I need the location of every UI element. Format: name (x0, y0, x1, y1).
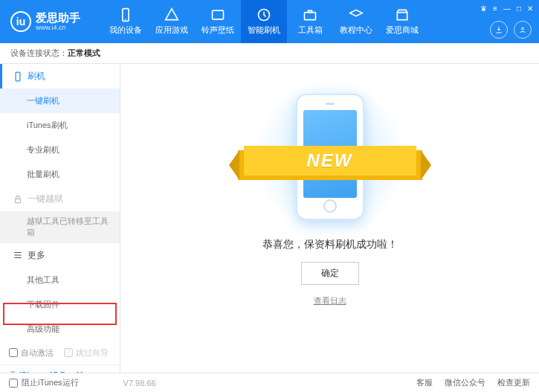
footer-link-support[interactable]: 客服 (416, 377, 433, 388)
apps-icon (164, 7, 179, 22)
status-label: 设备连接状态： (10, 48, 68, 59)
nav-smart-flash[interactable]: 智能刷机 (241, 0, 287, 43)
lock-icon (13, 194, 23, 205)
sidebar-item-moved: 越狱工具已转移至工具箱 (0, 211, 120, 243)
success-illustration: NEW (248, 86, 412, 228)
nav-label: 智能刷机 (248, 25, 280, 36)
gift-icon[interactable]: ♛ (480, 4, 487, 13)
grad-cap-icon (349, 7, 364, 22)
svg-point-7 (522, 28, 524, 30)
version-label: V7.98.66 (123, 379, 156, 388)
svg-rect-10 (11, 372, 15, 373)
flash-icon (256, 7, 271, 22)
download-button[interactable] (490, 21, 508, 39)
menu-icon[interactable]: ≡ (493, 4, 497, 13)
app-title: 爱思助手 (36, 12, 80, 25)
device-name[interactable]: iPhone 15 Pro Max (9, 370, 111, 373)
svg-rect-4 (305, 13, 316, 20)
checkbox-label: 自动激活 (21, 347, 54, 359)
nav-label: 应用游戏 (155, 25, 188, 36)
app-header: iu 爱思助手 www.i4.cn 我的设备 应用游戏 铃声壁纸 智能刷机 工具… (0, 0, 539, 43)
device-icon (13, 71, 23, 82)
svg-point-1 (125, 19, 126, 20)
nav-label: 我的设备 (109, 25, 142, 36)
main-content: NEW 恭喜您，保资料刷机成功啦！ 确定 查看日志 (120, 64, 539, 373)
sidebar-item-itunes[interactable]: iTunes刷机 (0, 113, 120, 138)
top-nav: 我的设备 应用游戏 铃声壁纸 智能刷机 工具箱 教程中心 爱思商城 (103, 0, 425, 43)
svg-rect-8 (16, 72, 20, 81)
user-button[interactable] (514, 21, 532, 39)
nav-label: 工具箱 (298, 25, 323, 36)
svg-rect-2 (213, 10, 224, 19)
svg-rect-6 (397, 13, 407, 20)
app-subtitle: www.i4.cn (36, 24, 80, 31)
sidebar-options: 自动激活 跳过向导 (0, 341, 120, 364)
close-icon[interactable]: ✕ (527, 4, 533, 13)
sidebar-group-label: 更多 (28, 249, 45, 262)
logo: iu 爱思助手 www.i4.cn (10, 11, 80, 32)
nav-ringtones[interactable]: 铃声壁纸 (195, 0, 241, 43)
logo-icon: iu (10, 11, 31, 32)
footer-link-update[interactable]: 检查更新 (497, 377, 530, 388)
block-itunes-checkbox[interactable]: 阻止iTunes运行 (9, 377, 79, 388)
status-mode: 正常模式 (68, 48, 100, 59)
success-message: 恭喜您，保资料刷机成功啦！ (262, 238, 398, 251)
nav-my-device[interactable]: 我的设备 (103, 0, 149, 43)
phone-icon (118, 7, 133, 22)
window-controls: ♛ ≡ — □ ✕ (480, 4, 533, 13)
sidebar-item-other-tools[interactable]: 其他工具 (0, 268, 120, 292)
sidebar-group-more[interactable]: 更多 (0, 243, 120, 268)
nav-tutorials[interactable]: 教程中心 (333, 0, 379, 43)
store-icon (395, 7, 410, 22)
svg-rect-5 (309, 10, 312, 13)
auto-activate-checkbox[interactable]: 自动激活 (9, 347, 54, 359)
view-log-link[interactable]: 查看日志 (314, 295, 346, 306)
nav-label: 教程中心 (340, 25, 372, 36)
sidebar-item-oneclick[interactable]: 一键刷机 (0, 89, 120, 113)
nav-apps-games[interactable]: 应用游戏 (149, 0, 195, 43)
toolbox-icon (303, 7, 317, 22)
phone-icon (9, 370, 16, 373)
minimize-icon[interactable]: — (503, 4, 511, 13)
sidebar: 刷机 一键刷机 iTunes刷机 专业刷机 批量刷机 一键越狱 越狱工具已转移至… (0, 64, 120, 373)
nav-label: 铃声壁纸 (201, 25, 234, 36)
ok-button[interactable]: 确定 (301, 262, 359, 285)
sidebar-group-label: 一键越狱 (28, 193, 63, 205)
sidebar-item-download-fw[interactable]: 下载固件 (0, 292, 120, 317)
nav-store[interactable]: 爱思商城 (379, 0, 425, 43)
list-icon (13, 250, 23, 260)
sidebar-item-advanced[interactable]: 高级功能 (0, 317, 120, 341)
device-info: iPhone 15 Pro Max 512GB iPhone (0, 364, 120, 373)
skip-guide-checkbox[interactable]: 跳过向导 (64, 347, 109, 359)
sidebar-group-flash[interactable]: 刷机 (0, 64, 120, 89)
checkbox-label: 跳过向导 (76, 347, 109, 359)
footer: 阻止iTunes运行 V7.98.66 客服 微信公众号 检查更新 (0, 373, 539, 392)
nav-label: 爱思商城 (386, 25, 419, 36)
maximize-icon[interactable]: □ (517, 4, 521, 13)
ribbon-text: NEW (307, 150, 353, 171)
svg-rect-9 (16, 199, 21, 202)
nav-toolbox[interactable]: 工具箱 (287, 0, 333, 43)
sidebar-group-jailbreak: 一键越狱 (0, 187, 120, 211)
device-name-text: iPhone 15 Pro Max (19, 370, 92, 373)
sidebar-group-label: 刷机 (28, 70, 45, 83)
image-icon (210, 7, 225, 22)
footer-link-wechat[interactable]: 微信公众号 (445, 377, 485, 388)
checkbox-label: 阻止iTunes运行 (22, 377, 79, 388)
status-bar: 设备连接状态： 正常模式 (0, 43, 539, 64)
sidebar-item-pro[interactable]: 专业刷机 (0, 138, 120, 162)
sidebar-item-batch[interactable]: 批量刷机 (0, 162, 120, 187)
